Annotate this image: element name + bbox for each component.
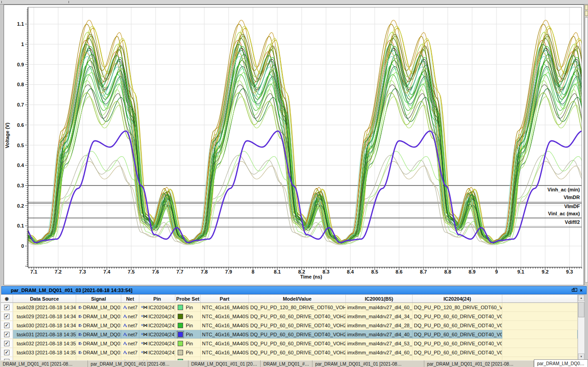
- tab-1[interactable]: par_DRAM_LM_DQ01_#01 [2021-08…: [88, 360, 188, 367]
- ic20204-cell: DQ_PU_PD_60_60_DRIVE_ODT40_VOH25_typ_in: [413, 312, 502, 321]
- probe-set-cell: Pin: [175, 312, 201, 321]
- column-header-part[interactable]: Part: [201, 295, 249, 302]
- close-icon[interactable]: ×: [578, 287, 585, 294]
- ic20204-cell: DQ_PU_PD_60_60_DRIVE_ODT40_VOH25_typ_in: [413, 321, 502, 330]
- column-header-pin[interactable]: Pin: [139, 295, 175, 302]
- column-header-signal[interactable]: Signal: [76, 295, 121, 302]
- table-row-1[interactable]: ✓task029 [2021-08-18 14:34:56]E-DRAM_LM_…: [1, 312, 578, 321]
- row-checkbox[interactable]: ✓: [4, 305, 9, 310]
- float-window-icon[interactable]: [570, 287, 577, 294]
- ic20001-cell: imx8mm_mal4drv27_dl4_28_typ_out: [346, 321, 413, 330]
- svg-text:7.8: 7.8: [201, 269, 207, 274]
- probe-set-cell: Pin: [175, 330, 201, 339]
- ic20204-cell: DQ_PU_PD_60_60_DRIVE_ODT40_VOH25_typ_in: [413, 330, 502, 339]
- column-header-model[interactable]: Model/Value: [249, 295, 346, 302]
- trace-color-swatch[interactable]: [178, 341, 183, 346]
- pin-cell: o⋈IC20204(24): [139, 303, 175, 311]
- svg-text:VImDR: VImDR: [564, 195, 580, 200]
- column-header-probe_set[interactable]: Probe Set: [175, 295, 201, 302]
- net-icon: [123, 332, 127, 337]
- table-row-5[interactable]: ✓task033 [2021-08-18 14:35:40]E-DRAM_LM_…: [1, 348, 578, 357]
- bottom-panel-title-bar[interactable]: par_DRAM_LM_DQ01_#01_03 [2021-08-18 14:3…: [1, 286, 587, 294]
- svg-text:VImDF: VImDF: [564, 204, 580, 209]
- svg-text:1.1: 1.1: [17, 21, 24, 27]
- table-row-partial[interactable]: E-o⋈: [1, 357, 578, 360]
- filler-cell: [502, 312, 578, 321]
- table-row-0[interactable]: ✓task028 [2021-08-18 14:34:27]E-DRAM_LM_…: [1, 303, 578, 312]
- svg-text:9.3: 9.3: [566, 269, 573, 274]
- svg-text:0: 0: [21, 243, 24, 249]
- column-header-ic20204[interactable]: IC20204(24): [413, 295, 502, 302]
- model-value-cell: DQ_PU_PD_60_60_DRIVE_ODT40_VOH25_typ_in: [249, 339, 346, 348]
- tab-0[interactable]: DRAM_LM_DQ01_#01 [2021-08…: [0, 360, 88, 367]
- scrollbar-thumb[interactable]: [578, 302, 584, 317]
- table-row-4[interactable]: ✓task032 [2021-08-18 14:35:33]E-DRAM_LM_…: [1, 339, 578, 348]
- row-checkbox[interactable]: ✓: [4, 332, 9, 337]
- tab-6[interactable]: par_DRAM_LM_DQ01_#01_03 [2021-08…: [534, 359, 588, 367]
- filler-cell: [502, 303, 578, 311]
- y-axis-title: Voltage (V): [5, 122, 10, 148]
- ic20001-cell: [346, 357, 413, 360]
- table-row-2[interactable]: ✓task030 [2021-08-18 14:34:40]E-DRAM_LM_…: [1, 321, 578, 330]
- signal-cell: E-DRAM_LM_DQ01: [76, 330, 121, 339]
- row-checkbox[interactable]: ✓: [4, 341, 9, 346]
- tab-2[interactable]: DRAM_LM_DQ01_#01_01 [2021-08…: [188, 360, 261, 367]
- column-header-eye[interactable]: ◉: [1, 295, 13, 302]
- filler-cell: [502, 330, 578, 339]
- tab-4[interactable]: par_DRAM_LM_DQ01_#01_01 [2021-08…: [312, 360, 424, 367]
- top-ruler-strip: [0, 0, 588, 5]
- svg-text:7.7: 7.7: [176, 269, 183, 274]
- svg-text:8.5: 8.5: [371, 269, 378, 274]
- net-cell: net7: [121, 348, 139, 357]
- scroll-down-icon[interactable]: ▼: [578, 353, 584, 360]
- column-header-data_source[interactable]: Data Source: [13, 295, 76, 302]
- table-scrollbar[interactable]: ▲ ▼: [578, 294, 585, 360]
- svg-text:9.2: 9.2: [542, 269, 548, 274]
- column-header-net[interactable]: Net: [121, 295, 139, 302]
- trace-color-swatch[interactable]: [178, 323, 183, 328]
- svg-text:Vdiff/2: Vdiff/2: [565, 219, 580, 225]
- tab-5[interactable]: par_DRAM_LM_DQ01_#01_02 [2021-08…: [424, 360, 534, 367]
- table-row-3[interactable]: ✓task031 [2021-08-18 14:35:41]E-DRAM_LM_…: [1, 330, 578, 339]
- waveform-chart[interactable]: 00.10.20.30.40.50.60.70.80.911.17.17.27.…: [4, 5, 583, 285]
- trace-color-swatch[interactable]: [178, 305, 183, 310]
- table-row-partial: E-o⋈: [1, 357, 578, 360]
- pin-cell: o⋈IC20204(24): [139, 348, 175, 357]
- filler-cell: [502, 339, 578, 348]
- signal-icon: E-: [78, 350, 82, 355]
- column-header-ic20001[interactable]: IC20001(B5): [346, 295, 413, 302]
- svg-text:8.4: 8.4: [347, 269, 354, 274]
- row-checkbox[interactable]: ✓: [4, 314, 9, 319]
- dock-chip: [585, 11, 588, 16]
- net-cell: net7: [121, 312, 139, 321]
- model-value-cell: DQ_PU_PD_120_80_DRIVE_ODT60_VOH30_typ_in: [249, 303, 346, 311]
- svg-text:7.9: 7.9: [225, 269, 232, 274]
- part-cell: NTC_4Gx16_MA40S_BD: [201, 312, 249, 321]
- tab-3[interactable]: DRAM_LM_DQ01_#01_02 [2021-08…: [261, 360, 312, 367]
- trace-color-swatch[interactable]: [178, 332, 183, 337]
- x-axis-title: Time (ns): [300, 274, 322, 279]
- ic20001-cell: imx8mm_mal4drv27_dl4_40_typ_out: [346, 330, 413, 339]
- svg-text:8.7: 8.7: [420, 269, 427, 274]
- svg-text:0.3: 0.3: [17, 183, 24, 188]
- svg-text:0.6: 0.6: [17, 122, 24, 128]
- collapsed-dock-panel: [585, 17, 588, 283]
- model-value-cell: DQ_PU_PD_60_60_DRIVE_ODT40_VOH25_typ_in: [249, 348, 346, 357]
- ic20001-cell: imx8mm_mal4drv27_dl4_60_typ_out: [346, 348, 413, 357]
- signal-cell: E-DRAM_LM_DQ01: [76, 312, 121, 321]
- net-cell: net7: [121, 339, 139, 348]
- signal-cell: E-: [76, 357, 121, 360]
- trace-color-swatch[interactable]: [178, 350, 183, 355]
- net-cell: [121, 357, 139, 360]
- dock-chip: [585, 5, 588, 10]
- row-checkbox[interactable]: ✓: [4, 350, 9, 355]
- pin-cell: o⋈IC20204(24): [139, 321, 175, 330]
- signal-icon: E-: [78, 305, 82, 310]
- trace-color-swatch[interactable]: [178, 314, 183, 319]
- row-checkbox[interactable]: ✓: [4, 323, 9, 328]
- scroll-up-icon[interactable]: ▲: [578, 295, 584, 301]
- svg-text:0.1: 0.1: [17, 223, 24, 228]
- pin-cell: o⋈IC20204(24): [139, 339, 175, 348]
- net-icon: [123, 350, 127, 355]
- bottom-tab-bar: DRAM_LM_DQ01_#01 [2021-08…par_DRAM_LM_DQ…: [0, 360, 588, 367]
